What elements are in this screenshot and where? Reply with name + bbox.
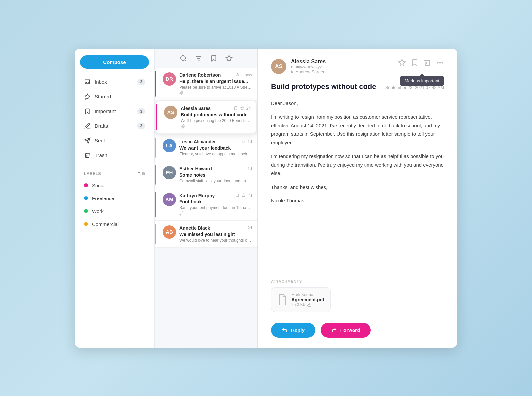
- bookmark-icon: [84, 108, 91, 115]
- sidebar-item-trash[interactable]: Trash: [80, 149, 149, 162]
- sidebar-item-sent[interactable]: Sent: [80, 134, 149, 147]
- email-sender: Darlene Robertson: [179, 72, 221, 78]
- bookmark-list-icon[interactable]: [210, 55, 217, 62]
- attachment-card[interactable]: Mark Kermo Agreement.pdf 25.3 Kb: [271, 287, 331, 312]
- filter-icon[interactable]: [195, 55, 202, 62]
- reply-button[interactable]: Reply: [271, 323, 315, 338]
- email-item[interactable]: AB Annette Black 2d We missed you last n…: [155, 221, 257, 248]
- avatar: LA: [163, 139, 176, 152]
- bookmark-small-icon: [241, 139, 246, 144]
- email-detail-panel: AS Alessia Sares mail@wonw.xyz to Andrew…: [258, 49, 457, 348]
- sidebar-sent-label: Sent: [95, 138, 105, 143]
- email-preview: Please be sure to arrive at 1010 A Stree…: [179, 85, 252, 90]
- label-work[interactable]: Work: [80, 205, 149, 217]
- email-preview: We would love to hear your thoughts on t…: [179, 238, 252, 243]
- inbox-icon: [84, 79, 91, 85]
- reply-icon: [282, 327, 288, 333]
- star-list-icon[interactable]: [225, 55, 233, 62]
- email-time: 1d: [248, 139, 252, 144]
- email-sender: Esther Howard: [179, 166, 212, 171]
- attachment-size: 25.3 Kb: [291, 302, 324, 307]
- label-freelance-text: Freelance: [92, 196, 114, 201]
- labels-edit-button[interactable]: Edit: [138, 171, 145, 176]
- email-item[interactable]: LA Leslie Alexander 1d We want your feed…: [155, 134, 257, 161]
- email-content: Leslie Alexander 1d We want your feedbac…: [179, 139, 252, 156]
- attachment-indicator: [179, 91, 252, 95]
- sidebar-item-important[interactable]: Important 3: [80, 105, 149, 118]
- email-body: Dear Jason, I'm writing to resign from m…: [271, 99, 444, 266]
- email-action-buttons: Reply Forward: [271, 323, 444, 338]
- labels-title: LABELS: [84, 171, 101, 176]
- drafts-badge: 3: [137, 123, 145, 129]
- star-small-icon: [240, 106, 244, 110]
- email-body-p1: I'm writing to resign from my position a…: [271, 113, 444, 147]
- accent-bar: [156, 104, 157, 130]
- svg-marker-9: [399, 59, 405, 66]
- email-content: Alessia Sares 2h Build prototypes withou…: [181, 106, 251, 129]
- bookmark-action-icon[interactable]: [411, 59, 419, 66]
- email-item-active[interactable]: AS Alessia Sares 2h Build prototypes wit…: [156, 101, 256, 134]
- accent-bar: [155, 71, 156, 97]
- svg-point-11: [440, 62, 441, 63]
- accent-bar: [155, 192, 156, 217]
- email-time: 2d: [248, 226, 252, 230]
- download-icon[interactable]: [307, 302, 312, 307]
- sidebar-item-inbox[interactable]: Inbox 3: [80, 75, 149, 89]
- star-icon: [84, 93, 91, 100]
- email-preview: We'll be presenting the 2020 Benefits pl…: [181, 118, 251, 123]
- sidebar-trash-label: Trash: [95, 152, 107, 158]
- email-time: 1d: [248, 166, 252, 171]
- labels-section-header: LABELS Edit: [80, 167, 149, 178]
- email-preview: Sam, your rent payment for Jan 19 has be…: [179, 205, 252, 210]
- attachments-divider: [271, 274, 444, 274]
- email-time: 2h: [246, 106, 251, 111]
- avatar: AB: [163, 225, 176, 239]
- email-signature: Nicole Thomas: [271, 197, 444, 205]
- freelance-dot: [84, 196, 88, 200]
- attachment-info: Mark Kermo Agreement.pdf 25.3 Kb: [291, 292, 324, 307]
- sidebar-item-drafts[interactable]: Drafts 3: [80, 119, 149, 133]
- email-subject: We want your feedback: [179, 145, 252, 151]
- sent-icon: [84, 137, 91, 144]
- email-content: Annette Black 2d We missed you last nigh…: [179, 225, 252, 243]
- svg-marker-6: [226, 55, 232, 61]
- email-subject-heading: Build prototypes without code: [271, 82, 376, 91]
- label-freelance[interactable]: Freelance: [80, 193, 149, 204]
- forward-button[interactable]: Forward: [321, 323, 371, 338]
- email-preview: Eleanor, you have an appointment schedul…: [179, 152, 252, 156]
- sidebar-drafts-label: Drafts: [95, 123, 108, 129]
- attachment-name: Agreement.pdf: [291, 297, 324, 302]
- label-commercial[interactable]: Commercial: [80, 218, 149, 230]
- email-item[interactable]: DR Darlene Robertson Just now Help, ther…: [155, 68, 257, 100]
- sender-email: mail@wonw.xyz: [291, 65, 322, 69]
- svg-point-10: [437, 62, 438, 63]
- search-icon[interactable]: [180, 55, 187, 62]
- social-dot: [84, 183, 88, 187]
- email-subject: We missed you last night: [179, 232, 252, 237]
- email-time: Just now: [236, 73, 252, 77]
- mark-as-important-tooltip: Mark as important: [400, 76, 444, 86]
- email-body-p3: Thanks, and best wishes,: [271, 183, 444, 192]
- email-content: Esther Howard 1d Some notes Cornwall sta…: [179, 166, 252, 183]
- avatar: AS: [164, 106, 177, 119]
- drafts-icon: [84, 123, 91, 129]
- email-time: 2d: [248, 193, 252, 198]
- email-sender: Kathryn Murphy: [179, 193, 215, 198]
- label-social[interactable]: Social: [80, 180, 149, 191]
- inbox-badge: 3: [137, 79, 145, 85]
- file-icon: [277, 294, 287, 306]
- delete-action-icon[interactable]: [423, 59, 431, 66]
- work-dot: [84, 209, 88, 213]
- email-item[interactable]: KM Kathryn Murphy 2d Font book Sam, your…: [155, 188, 257, 221]
- attachments-section: ATTACHMENTS Mark Kermo Agreement.pdf 25.…: [271, 274, 444, 312]
- star-action-icon[interactable]: [398, 59, 406, 66]
- star-small-icon: [241, 193, 246, 198]
- label-work-text: Work: [92, 208, 104, 214]
- sidebar-item-starred[interactable]: Starred: [80, 90, 149, 103]
- sidebar-starred-label: Starred: [95, 94, 111, 99]
- compose-button[interactable]: Compose: [80, 55, 149, 69]
- email-item[interactable]: EH Esther Howard 1d Some notes Cornwall …: [155, 161, 257, 188]
- email-subject: Some notes: [179, 172, 252, 178]
- svg-marker-0: [85, 94, 90, 99]
- more-action-icon[interactable]: [436, 59, 444, 66]
